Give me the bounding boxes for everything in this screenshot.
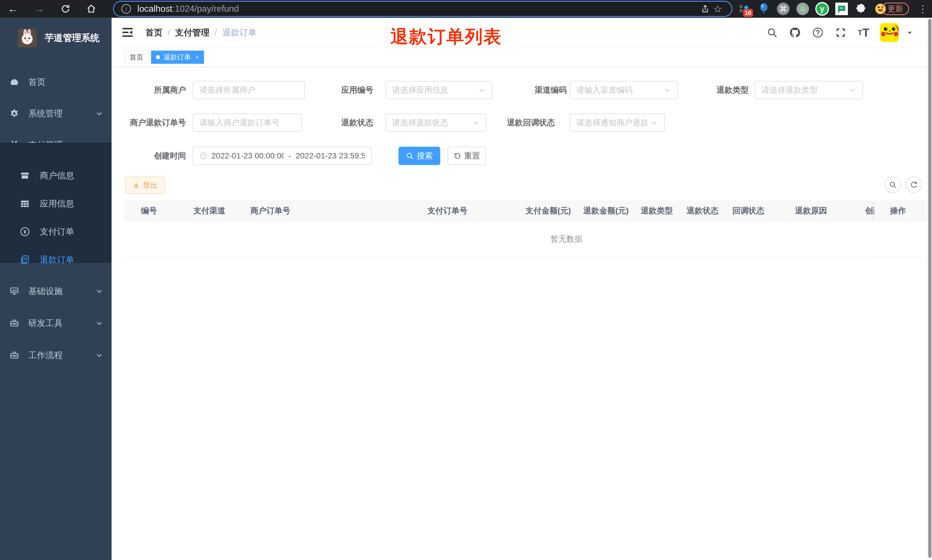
dashboard-icon: [9, 77, 19, 87]
sidebar-item-workflow[interactable]: 工作流程: [0, 341, 112, 369]
browser-back-icon[interactable]: ←: [6, 2, 20, 15]
active-dot: [156, 55, 160, 59]
url-bar[interactable]: i localhost:1024/pay/refund ☆: [113, 1, 732, 17]
sidebar-item-app-info[interactable]: 应用信息: [0, 189, 112, 218]
browser-forward-icon[interactable]: →: [32, 2, 46, 15]
gear-icon: [9, 108, 19, 119]
breadcrumb-current: 退款订单: [222, 27, 257, 38]
browser-menu-icon[interactable]: ⋮: [917, 2, 929, 15]
breadcrumb-pay[interactable]: 支付管理: [175, 27, 209, 38]
extension-command-icon[interactable]: ⌘: [777, 2, 790, 16]
merchant-input[interactable]: [192, 81, 305, 99]
extension-badge: 10: [743, 9, 753, 17]
toolbox-icon: [9, 318, 19, 328]
clock-icon: [199, 152, 208, 160]
reset-button[interactable]: 重置: [448, 147, 486, 165]
chevron-down-icon: [95, 110, 103, 117]
chevron-down-icon: [478, 86, 486, 94]
create-time-label: 创建时间: [123, 147, 186, 165]
sidebar-item-pay-order[interactable]: ¥ 支付订单: [0, 217, 112, 246]
chevron-down-icon: [651, 119, 658, 126]
sidebar-item-system[interactable]: 系统管理: [0, 99, 112, 128]
extension-chat-icon[interactable]: [835, 2, 849, 16]
main-area: 首页 / 支付管理 / 退款订单 退款订单列表: [112, 18, 927, 560]
refresh-button[interactable]: [905, 177, 922, 193]
sidebar-item-refund-order[interactable]: 退款订单: [0, 245, 112, 274]
extension-y-icon[interactable]: y: [815, 2, 829, 16]
merchant-label: 所属商户: [123, 81, 186, 99]
merchant-refund-no-label: 商户退款订单号: [117, 114, 186, 132]
table-body: 暂无数据: [124, 222, 928, 257]
font-size-icon[interactable]: TT: [857, 26, 870, 39]
callback-status-select[interactable]: 请选择通知商户退款结果的回调状态: [569, 114, 665, 132]
collapse-sidebar-icon[interactable]: [122, 28, 133, 38]
search-button[interactable]: 搜索: [398, 147, 440, 165]
create-time-range-picker[interactable]: 2022-01-23 00:00:00 - 2022-01-23 23:59:5…: [192, 147, 372, 165]
chevron-down-icon: [472, 119, 480, 126]
extensions-puzzle-icon[interactable]: [854, 2, 868, 16]
help-icon[interactable]: [811, 26, 824, 39]
briefcase-icon: [9, 350, 19, 360]
export-button[interactable]: 导出: [125, 177, 165, 194]
scrollbar-thumb[interactable]: [928, 19, 931, 558]
chevron-down-icon: [95, 288, 103, 295]
refund-status-label: 退款状态: [312, 114, 373, 132]
page-title-annotation: 退款订单列表: [391, 25, 502, 49]
sidebar-item-infra[interactable]: 基础设施: [0, 277, 112, 305]
url-text: localhost:1024/pay/refund: [137, 4, 239, 14]
refund-table: 编号 支付渠道 商户订单号 支付订单号 支付金额(元) 退款金额(元) 退款类型…: [124, 200, 928, 257]
chevron-down-icon: [849, 86, 856, 94]
end-date[interactable]: 2022-01-23 23:59:59: [296, 151, 365, 160]
extensions-bar: 10 ⌘ y: [737, 2, 887, 16]
channel-label: 渠道编码: [506, 81, 567, 99]
monitor-icon: [9, 286, 19, 297]
col-pay-amount: 支付金额(元): [526, 200, 571, 222]
extension-balloon-icon[interactable]: [757, 2, 771, 16]
app-select[interactable]: 请选择应用信息: [385, 81, 492, 99]
github-icon[interactable]: [788, 26, 801, 39]
app-logo[interactable]: 芋道管理系统: [0, 22, 112, 54]
sidebar-item-merchant-info[interactable]: 商户信息: [0, 161, 112, 190]
user-avatar[interactable]: [880, 23, 899, 42]
app-title: 芋道管理系统: [45, 32, 100, 44]
update-button[interactable]: 更新: [882, 3, 909, 15]
refund-status-select[interactable]: 请选择退款状态: [385, 114, 486, 132]
svg-text:¥: ¥: [23, 229, 26, 235]
window-scrollbar[interactable]: [927, 18, 932, 560]
extension-green-dot-icon[interactable]: [796, 2, 810, 16]
browser-chrome: ← → i localhost:1024/pay/refund ☆ 10: [0, 0, 932, 18]
fullscreen-icon[interactable]: [834, 26, 847, 39]
breadcrumb: 首页 / 支付管理 / 退款订单: [145, 18, 257, 48]
documents-icon: [20, 255, 30, 265]
chevron-down-icon: [664, 86, 671, 94]
breadcrumb-home[interactable]: 首页: [145, 27, 163, 38]
sidebar-item-dev-tools[interactable]: 研发工具: [0, 309, 112, 337]
screen: ← → i localhost:1024/pay/refund ☆ 10: [0, 0, 932, 560]
tag-home[interactable]: 首页: [125, 51, 148, 64]
tag-refund-order[interactable]: 退款订单 ×: [151, 51, 204, 64]
merchant-refund-no-input[interactable]: [192, 114, 302, 132]
search-icon[interactable]: [766, 26, 779, 39]
col-id: 编号: [141, 200, 157, 222]
share-icon[interactable]: [699, 3, 711, 15]
shop-icon: [20, 171, 30, 181]
refund-type-select[interactable]: 请选择退款类型: [755, 81, 863, 99]
extension-diamond-icon[interactable]: 10: [737, 2, 751, 16]
show-search-toggle-button[interactable]: [884, 177, 901, 193]
avatar-dropdown-caret[interactable]: [906, 29, 913, 36]
tags-view-bar: 首页 退款订单 ×: [112, 48, 927, 67]
browser-reload-icon[interactable]: [59, 2, 72, 15]
sidebar-item-home[interactable]: 首页: [0, 68, 112, 96]
col-refund-amount: 退款金额(元): [583, 200, 629, 222]
site-info-icon[interactable]: i: [121, 4, 131, 14]
browser-home-icon[interactable]: [85, 2, 98, 15]
col-refund-reason: 退款原因: [795, 200, 827, 222]
app-label: 应用编号: [312, 81, 373, 99]
pay-submenu: 商户信息 应用信息 ¥ 支付订单 退款订单: [0, 143, 112, 263]
bookmark-star-icon[interactable]: ☆: [711, 3, 724, 15]
chevron-down-icon: [95, 351, 103, 359]
start-date[interactable]: 2022-01-23 00:00:00: [211, 151, 284, 160]
col-pay-order-no: 支付订单号: [428, 200, 468, 222]
channel-select[interactable]: 请输入渠道编码: [569, 81, 678, 99]
close-tag-icon[interactable]: ×: [195, 54, 199, 61]
